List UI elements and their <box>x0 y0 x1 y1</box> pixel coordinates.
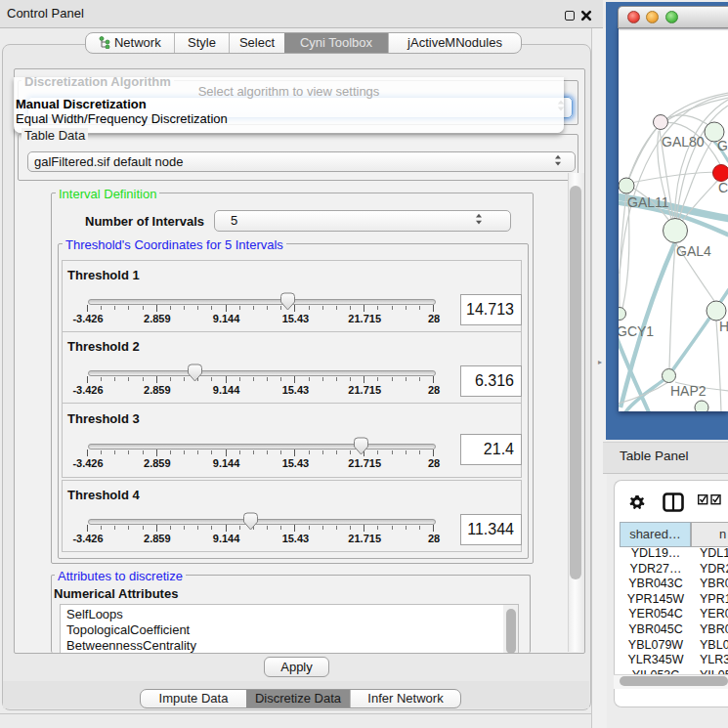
svg-text:GAL11: GAL11 <box>627 194 669 210</box>
svg-text:GCY1: GCY1 <box>619 323 654 339</box>
svg-text:HAP2: HAP2 <box>670 383 707 399</box>
svg-text:GAL4: GAL4 <box>676 243 711 259</box>
svg-text:CY: CY <box>718 180 728 195</box>
svg-text:GAL80: GAL80 <box>662 134 705 150</box>
svg-text:GAL1: GAL1 <box>717 138 728 153</box>
svg-text:HIS: HIS <box>719 319 728 334</box>
